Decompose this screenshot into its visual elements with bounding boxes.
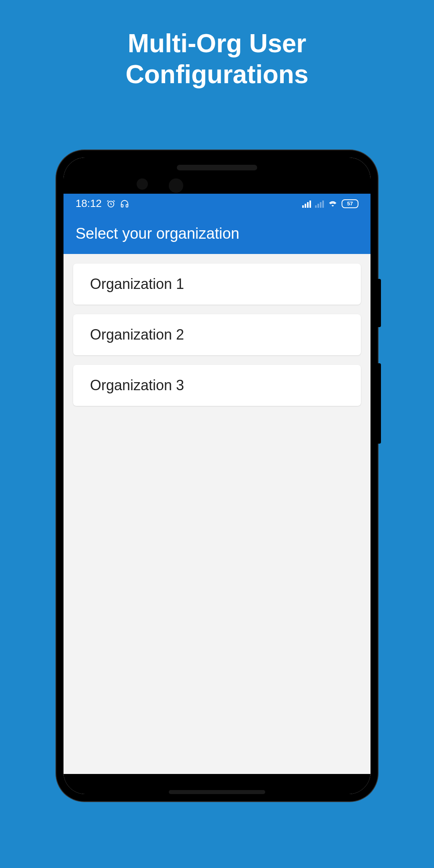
headphones-icon bbox=[120, 199, 129, 208]
marketing-title-line2: Configurations bbox=[125, 60, 308, 89]
phone-screen: 18:12 bbox=[63, 158, 371, 794]
phone-volume-button bbox=[378, 363, 381, 444]
wifi-icon bbox=[328, 200, 338, 208]
organization-label: Organization 3 bbox=[90, 377, 184, 393]
organization-label: Organization 1 bbox=[90, 276, 184, 292]
organization-item[interactable]: Organization 1 bbox=[73, 264, 361, 305]
marketing-title: Multi-Org User Configurations bbox=[125, 28, 308, 90]
signal-icon-2 bbox=[315, 200, 324, 208]
phone-camera bbox=[137, 178, 148, 190]
status-bar: 18:12 bbox=[63, 194, 371, 214]
phone-power-button bbox=[378, 279, 381, 327]
marketing-title-line1: Multi-Org User bbox=[128, 29, 306, 58]
status-time: 18:12 bbox=[76, 197, 102, 210]
phone-bottom-speaker bbox=[169, 790, 265, 794]
phone-mockup: 18:12 bbox=[56, 150, 378, 801]
organization-label: Organization 2 bbox=[90, 326, 184, 343]
organization-item[interactable]: Organization 3 bbox=[73, 365, 361, 406]
phone-speaker bbox=[177, 165, 257, 170]
app-bar: Select your organization bbox=[63, 214, 371, 254]
screen-notch-area bbox=[63, 158, 371, 194]
battery-level: 57 bbox=[347, 201, 353, 207]
alarm-icon bbox=[106, 199, 115, 208]
signal-icon bbox=[302, 200, 311, 208]
status-bar-left: 18:12 bbox=[76, 197, 129, 210]
content-area: Organization 1 Organization 2 Organizati… bbox=[63, 254, 371, 774]
status-bar-right: 57 bbox=[302, 199, 358, 208]
app-bar-title: Select your organization bbox=[76, 225, 240, 242]
battery-icon: 57 bbox=[342, 199, 358, 208]
organization-item[interactable]: Organization 2 bbox=[73, 314, 361, 355]
phone-camera bbox=[169, 178, 183, 193]
